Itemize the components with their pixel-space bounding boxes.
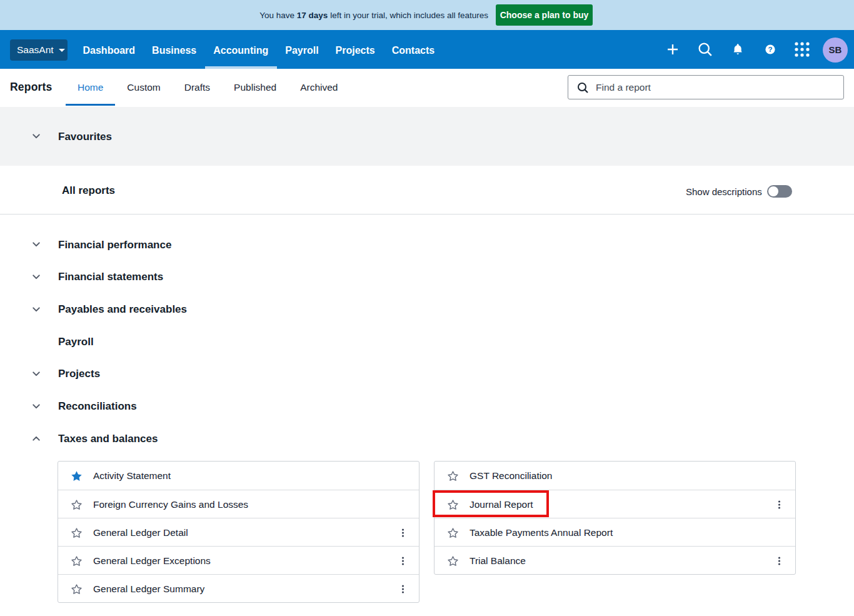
svg-text:?: ? [768,46,772,53]
